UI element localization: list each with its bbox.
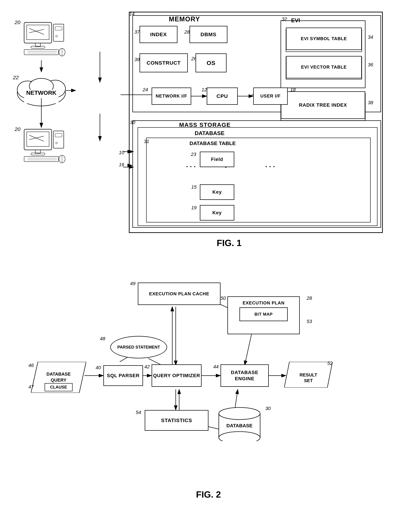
evi-symbol-table-box: EVI SYMBOL TABLE (286, 28, 362, 50)
ref-53: 53 (307, 319, 312, 324)
svg-text:20: 20 (15, 126, 20, 132)
database-label-fig1: DATABASE (195, 130, 225, 137)
svg-text:RESULT: RESULT (300, 372, 317, 378)
construct-box: CONSTRUCT (139, 53, 188, 72)
ref-28-fig2: 28 (307, 295, 312, 301)
svg-rect-51 (24, 156, 59, 162)
svg-rect-29 (24, 50, 59, 55)
key2-box: Key (200, 205, 234, 221)
svg-rect-43 (27, 132, 49, 146)
ref-16: 16 (119, 162, 124, 167)
bit-map-box: BIT MAP (240, 307, 288, 321)
index-box: INDEX (139, 26, 178, 43)
ref-54: 54 (136, 410, 141, 415)
svg-line-22 (29, 29, 44, 34)
evi-label: EVI (291, 17, 300, 24)
database-table-label: DATABASE TABLE (190, 140, 236, 146)
ref-50: 50 (221, 295, 226, 301)
ref-38: 38 (368, 100, 373, 106)
mass-storage-label: MASS STORAGE (179, 121, 231, 128)
database-cylinder-svg: DATABASE (217, 407, 262, 441)
ref-49: 49 (130, 281, 135, 286)
ref-39: 39 (134, 57, 140, 62)
svg-text:QUERY: QUERY (51, 378, 66, 383)
fig2-diagram: EXECUTION PLAN CACHE 49 EXECUTION PLAN B… (28, 269, 389, 510)
ref-30-ms: 30 (130, 120, 135, 125)
ref-47: 47 (29, 384, 34, 390)
svg-rect-4 (146, 138, 370, 222)
svg-text:DATABASE: DATABASE (46, 371, 71, 377)
ref-14: 14 (129, 11, 135, 17)
fig1-title: FIG. 1 (169, 238, 289, 248)
memory-label: MEMORY (169, 15, 200, 23)
svg-text:. . .: . . . (186, 161, 196, 168)
ref-12: 12 (202, 87, 207, 92)
svg-text:CLAUSE: CLAUSE (50, 385, 67, 389)
ref-40: 40 (96, 365, 101, 370)
ref-31: 31 (144, 139, 149, 144)
svg-point-28 (56, 35, 57, 37)
user-if-box: USER I/F (253, 88, 288, 105)
svg-text:20: 20 (15, 19, 20, 25)
ref-18: 18 (290, 87, 296, 92)
dbms-box: DBMS (190, 26, 227, 43)
fig2-title: FIG. 2 (148, 489, 269, 500)
svg-point-91 (219, 408, 260, 420)
svg-rect-3 (138, 127, 377, 226)
os-box: OS (195, 53, 226, 72)
ref-28: 28 (184, 29, 190, 35)
ref-23: 23 (191, 152, 196, 157)
svg-text:. . .: . . . (265, 161, 275, 168)
field-box: Field (200, 152, 234, 167)
radix-tree-box: RADIX TREE INDEX (281, 91, 365, 119)
ref-46: 46 (29, 363, 34, 368)
svg-line-45 (29, 136, 44, 139)
ref-52: 52 (327, 361, 333, 366)
ref-32: 32 (282, 16, 287, 22)
ref-24: 24 (143, 87, 148, 92)
svg-text:SET: SET (304, 378, 313, 383)
query-optimizer-box: QUERY OPTIMIZER (152, 364, 202, 387)
svg-rect-21 (27, 25, 49, 40)
ref-34: 34 (368, 34, 373, 40)
ref-10: 10 (119, 150, 124, 155)
result-set-svg: RESULT SET (284, 362, 332, 388)
ref-36: 36 (368, 62, 373, 68)
ref-15: 15 (191, 184, 196, 190)
database-engine-box: DATABASE ENGINE (221, 364, 269, 387)
evi-vector-table-box: EVI VECTOR TABLE (286, 56, 362, 78)
svg-line-77 (245, 334, 252, 365)
page: . . . ⋮ . . . 14 MEMORY 37 INDEX 28 DBMS… (0, 0, 420, 531)
execution-plan-outer-box: EXECUTION PLAN BIT MAP (227, 296, 300, 334)
database-query-svg: DATABASE QUERY CLAUSE (31, 362, 86, 393)
svg-rect-27 (55, 27, 62, 30)
svg-text:DATABASE: DATABASE (226, 423, 252, 428)
ref-30-fig2: 30 (265, 406, 271, 411)
ref-44: 44 (213, 364, 219, 370)
network-if-box: NETWORK I/F (152, 88, 191, 105)
key1-box: Key (200, 184, 234, 200)
ref-19: 19 (191, 205, 196, 211)
svg-rect-49 (55, 134, 62, 137)
ref-48: 48 (100, 336, 105, 341)
ref-42: 42 (144, 364, 150, 370)
svg-text:22: 22 (13, 75, 19, 80)
svg-line-23 (29, 29, 44, 33)
svg-rect-42 (24, 129, 52, 150)
fig1-diagram: . . . ⋮ . . . 14 MEMORY 37 INDEX 28 DBMS… (65, 10, 393, 248)
statistics-box: STATISTICS (145, 410, 209, 431)
ref-37: 37 (134, 29, 140, 35)
sql-parser-box: SQL PARSER (103, 365, 143, 386)
svg-point-50 (56, 142, 57, 144)
cpu-box: CPU (207, 88, 238, 105)
svg-rect-2 (133, 121, 381, 228)
parsed-statement-box: PARSED STATEMENT (110, 336, 167, 358)
execution-plan-cache-box: EXECUTION PLAN CACHE (138, 283, 221, 305)
execution-plan-label: EXECUTION PLAN (242, 300, 285, 306)
svg-rect-20 (24, 22, 52, 43)
svg-line-44 (29, 135, 44, 141)
svg-text:NETWORK: NETWORK (26, 90, 57, 96)
network-computers-svg: 20 NETWORK 22 (10, 10, 76, 200)
